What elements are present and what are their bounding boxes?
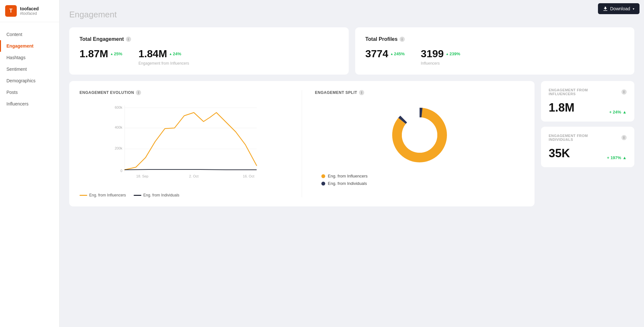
total-profiles-title: Total Profiles i xyxy=(365,36,624,42)
stats-row: Total Engagement i 1.87M ▲ 25% 1.84M xyxy=(69,27,634,75)
svg-text:400k: 400k xyxy=(115,125,122,129)
individuals-dot xyxy=(321,182,325,186)
side-card-individuals-label: ENGAGEMENT FROMINDIVIDUALS i xyxy=(549,134,627,141)
main-content: Download ▾ Engagement Total Engagement i… xyxy=(60,0,644,327)
brand-name: toofaced xyxy=(20,6,39,11)
engagement-secondary-label: Engagement from Influencers xyxy=(138,61,189,66)
side-card-individuals: ENGAGEMENT FROMINDIVIDUALS i 35K + 197% … xyxy=(541,127,634,167)
svg-text:600k: 600k xyxy=(115,105,122,109)
side-card-influencers-label: ENGAGEMENT FROMINFLUENCERS i xyxy=(549,88,627,96)
sidebar: T toofaced #toofaced Content Engagement … xyxy=(0,0,60,327)
donut-legend: Eng. from Influencers Eng. from Individu… xyxy=(315,174,524,186)
sidebar-item-content[interactable]: Content xyxy=(0,29,59,40)
side-individuals-row: 35K + 197% ▲ xyxy=(549,147,627,160)
donut-legend-individuals: Eng. from Individuals xyxy=(321,181,524,186)
chevron-down-icon: ▾ xyxy=(633,7,634,11)
engagement-evolution-section: ENGAGEMENT EVOLUTION i 600k 400k 200k 0 xyxy=(80,90,289,197)
svg-text:18. Sep: 18. Sep xyxy=(136,174,148,178)
side-influencers-change: + 24% ▲ xyxy=(609,110,627,114)
svg-text:200k: 200k xyxy=(115,146,122,150)
profiles-secondary-value: 3199 ▲ 239% xyxy=(421,48,460,60)
sidebar-item-sentiment[interactable]: Sentiment xyxy=(0,63,59,75)
svg-text:16. Oct: 16. Oct xyxy=(243,174,254,178)
sidebar-item-influencers[interactable]: Influencers xyxy=(0,98,59,110)
split-info-icon[interactable]: i xyxy=(359,90,364,95)
brand-info: toofaced #toofaced xyxy=(20,6,39,16)
legend-individuals: Eng. from Individuals xyxy=(134,193,179,197)
brand-handle: #toofaced xyxy=(20,11,39,16)
engagement-main-group: 1.87M ▲ 25% xyxy=(80,48,122,60)
engagement-split-section: ENGAGEMENT SPLIT i xyxy=(302,90,524,197)
total-engagement-card: Total Engagement i 1.87M ▲ 25% 1.84M xyxy=(69,27,349,75)
up-arrow-icon: ▲ xyxy=(110,52,113,56)
download-label: Download xyxy=(610,6,630,11)
side-individuals-change: + 197% ▲ xyxy=(607,155,627,160)
donut-container: Eng. from Influencers Eng. from Individu… xyxy=(315,103,524,186)
legend-influencers: Eng. from Influencers xyxy=(80,193,126,197)
influencers-dot xyxy=(321,174,325,178)
side-individuals-value: 35K xyxy=(549,147,570,160)
side-influencers-info-icon[interactable]: i xyxy=(621,89,627,95)
evolution-info-icon[interactable]: i xyxy=(136,90,141,95)
svg-point-14 xyxy=(402,117,437,153)
download-icon xyxy=(603,6,608,11)
download-button[interactable]: Download ▾ xyxy=(598,3,639,14)
total-profiles-values: 3774 ▲ 245% 3199 ▲ 239% xyxy=(365,48,624,66)
brand-section: T toofaced #toofaced xyxy=(0,0,59,22)
engagement-secondary-value: 1.84M ▲ 24% xyxy=(138,48,189,60)
total-engagement-info-icon[interactable]: i xyxy=(126,37,131,42)
profiles-main-value: 3774 ▲ 245% xyxy=(365,48,405,60)
up-arrow-icon: ▲ xyxy=(622,110,627,114)
influencers-legend-line xyxy=(80,195,87,196)
side-individuals-info-icon[interactable]: i xyxy=(621,135,627,140)
profiles-secondary-badge: ▲ 239% xyxy=(446,51,460,56)
engagement-main-value: 1.87M ▲ 25% xyxy=(80,48,122,60)
side-influencers-row: 1.8M + 24% ▲ xyxy=(549,101,627,114)
up-arrow-icon: ▲ xyxy=(446,52,449,56)
engagement-secondary-badge: ▲ 24% xyxy=(169,51,181,56)
engagement-main-badge: ▲ 25% xyxy=(110,51,122,56)
engagement-split-title: ENGAGEMENT SPLIT i xyxy=(315,90,524,95)
up-arrow-icon: ▲ xyxy=(169,52,172,56)
sidebar-nav: Content Engagement Hashtags Sentiment De… xyxy=(0,22,59,116)
engagement-evolution-title: ENGAGEMENT EVOLUTION i xyxy=(80,90,289,95)
right-side-cards: ENGAGEMENT FROMINFLUENCERS i 1.8M + 24% … xyxy=(541,81,634,167)
evolution-legend: Eng. from Influencers Eng. from Individu… xyxy=(80,193,289,197)
profiles-secondary-label: Influencers xyxy=(421,61,460,66)
profiles-main-badge: ▲ 245% xyxy=(390,51,405,56)
donut-chart xyxy=(387,103,452,167)
sidebar-item-engagement[interactable]: Engagement xyxy=(0,40,59,52)
page-title: Engagement xyxy=(69,10,634,20)
sidebar-item-posts[interactable]: Posts xyxy=(0,86,59,98)
charts-card: ENGAGEMENT EVOLUTION i 600k 400k 200k 0 xyxy=(69,81,535,206)
sidebar-item-demographics[interactable]: Demographics xyxy=(0,75,59,86)
sidebar-item-hashtags[interactable]: Hashtags xyxy=(0,52,59,63)
side-card-influencers: ENGAGEMENT FROMINFLUENCERS i 1.8M + 24% … xyxy=(541,81,634,122)
engagement-secondary-group: 1.84M ▲ 24% Engagement from Influencers xyxy=(138,48,189,66)
up-arrow-icon: ▲ xyxy=(622,155,627,160)
individuals-legend-line xyxy=(134,195,141,196)
up-arrow-icon: ▲ xyxy=(390,52,393,56)
total-engagement-values: 1.87M ▲ 25% 1.84M ▲ 24% xyxy=(80,48,338,66)
svg-text:0: 0 xyxy=(120,169,122,173)
side-influencers-value: 1.8M xyxy=(549,101,574,114)
svg-text:2. Oct: 2. Oct xyxy=(189,174,198,178)
profiles-main-group: 3774 ▲ 245% xyxy=(365,48,405,60)
profiles-secondary-group: 3199 ▲ 239% Influencers xyxy=(421,48,460,66)
donut-legend-influencers: Eng. from Influencers xyxy=(321,174,524,178)
avatar: T xyxy=(5,5,17,17)
total-profiles-card: Total Profiles i 3774 ▲ 245% 3199 xyxy=(355,27,635,75)
total-profiles-info-icon[interactable]: i xyxy=(400,37,405,42)
evolution-chart: 600k 400k 200k 0 xyxy=(80,103,289,186)
charts-row: ENGAGEMENT EVOLUTION i 600k 400k 200k 0 xyxy=(69,81,634,206)
evolution-chart-container: 600k 400k 200k 0 xyxy=(80,103,289,188)
total-engagement-title: Total Engagement i xyxy=(80,36,338,42)
